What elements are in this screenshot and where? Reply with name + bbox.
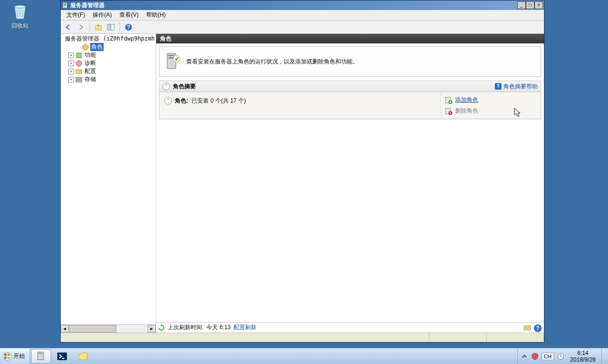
window-statusbar (61, 333, 544, 342)
menubar: 文件(F) 操作(A) 查看(V) 帮助(H) (61, 10, 544, 21)
server-manager-window: 服务器管理器 _ □ × 文件(F) 操作(A) 查看(V) 帮助(H) ? (60, 0, 544, 343)
collapse-button[interactable]: ˄ (162, 83, 170, 90)
show-hide-button[interactable] (105, 22, 117, 32)
content-body: 查看安装在服务器上角色的运行状况，以及添加或删除角色和功能。 ˄ 角色摘要 ? … (156, 43, 544, 322)
svg-point-11 (83, 44, 88, 50)
clock-date: 2018/9/29 (570, 356, 596, 363)
svg-rect-16 (76, 80, 82, 82)
add-role-link[interactable]: 添加角色 (455, 96, 478, 104)
task-powershell[interactable] (52, 349, 72, 364)
toolbar-sep (89, 22, 90, 32)
svg-point-0 (14, 5, 26, 8)
refresh-icon (158, 324, 165, 331)
tree-roles[interactable]: 角色 (61, 43, 156, 51)
svg-rect-5 (107, 24, 110, 30)
scroll-left-button[interactable]: ◄ (61, 325, 69, 333)
taskbar: 开始 CH 6:14 2018/9/29 (0, 348, 608, 364)
body-area: 服务器管理器 (iZ0hfdwp9hpzmh 角色 + 功能 + 诊断 (61, 34, 544, 333)
back-button[interactable] (63, 22, 74, 32)
window-tray: ? (523, 324, 542, 333)
titlebar[interactable]: 服务器管理器 _ □ × (61, 0, 544, 10)
svg-text:?: ? (536, 325, 539, 332)
language-indicator[interactable]: CH (542, 353, 554, 360)
svg-rect-31 (4, 356, 7, 359)
config-refresh-link[interactable]: 配置刷新 (234, 323, 256, 332)
recycle-bin-icon (11, 2, 30, 21)
start-button[interactable]: 开始 (0, 348, 30, 364)
clock-time: 6:14 (570, 350, 596, 356)
desktop: 回收站 服务器管理器 _ □ × 文件(F) 操作(A) 查看(V) 帮助(H) (0, 0, 608, 364)
tree-root[interactable]: 服务器管理器 (iZ0hfdwp9hpzmh (61, 35, 156, 43)
help-button[interactable]: ? (123, 22, 134, 32)
task-explorer[interactable] (73, 349, 93, 364)
svg-rect-30 (8, 354, 10, 356)
svg-text:?: ? (127, 24, 130, 31)
menu-view[interactable]: 查看(V) (116, 10, 142, 20)
summary-help-link[interactable]: ? 角色摘要帮助 (495, 83, 538, 91)
last-refresh-value: 今天 6:13 (206, 323, 231, 332)
toolbar: ? (61, 21, 544, 34)
system-tray: CH 6:14 2018/9/29 (517, 348, 608, 364)
last-refresh-label: 上次刷新时间: (168, 323, 203, 332)
window-title: 服务器管理器 (70, 1, 517, 10)
quick-launch (30, 348, 94, 364)
svg-rect-14 (76, 70, 82, 73)
clock[interactable]: 6:14 2018/9/29 (567, 349, 598, 364)
show-desktop-button[interactable] (601, 348, 605, 364)
expand-icon[interactable]: + (68, 77, 74, 83)
tray-security-icon[interactable] (531, 353, 539, 360)
tray-msg-icon[interactable] (523, 324, 532, 333)
roles-actions: 添加角色 删除角色 (440, 92, 541, 119)
expand-icon[interactable]: + (68, 52, 74, 58)
svg-rect-2 (64, 3, 66, 4)
tree-configuration[interactable]: + 配置 (61, 67, 156, 75)
svg-rect-34 (39, 353, 43, 354)
svg-rect-3 (64, 5, 66, 6)
app-icon (62, 2, 68, 9)
tree-horizontal-scrollbar[interactable]: ◄ ► (61, 324, 156, 333)
tray-help-icon[interactable]: ? (533, 324, 542, 333)
content-header: 角色 (156, 34, 544, 43)
info-banner: 查看安装在服务器上角色的运行状况，以及添加或删除角色和功能。 (159, 46, 541, 77)
menu-action[interactable]: 操作(A) (89, 10, 116, 20)
summary-title: 角色摘要 (173, 83, 495, 91)
collapse-button-2[interactable]: ˄ (164, 97, 172, 104)
storage-icon (75, 76, 83, 83)
svg-rect-15 (76, 77, 82, 79)
task-server-manager[interactable] (31, 349, 51, 364)
menu-file[interactable]: 文件(F) (63, 10, 89, 20)
roles-box: ˄ 角色: 已安装 0 个(共 17 个) 添加角色 (159, 92, 541, 119)
status-bar: 上次刷新时间: 今天 6:13 配置刷新 (156, 322, 544, 333)
scroll-thumb[interactable] (69, 325, 117, 333)
minimize-button[interactable]: _ (517, 1, 526, 9)
maximize-button[interactable]: □ (526, 1, 534, 9)
menu-help[interactable]: 帮助(H) (142, 10, 170, 20)
scroll-right-button[interactable]: ► (148, 325, 156, 333)
toolbar-sep-2 (119, 22, 120, 32)
tray-arrow-icon[interactable] (521, 353, 528, 360)
scroll-track[interactable] (69, 325, 148, 333)
svg-rect-6 (111, 24, 114, 30)
banner-text: 查看安装在服务器上角色的运行状况，以及添加或删除角色和功能。 (186, 58, 358, 66)
server-icon (63, 35, 64, 43)
expand-icon[interactable]: + (68, 61, 74, 66)
tree-features[interactable]: + 功能 (61, 51, 156, 59)
tree-storage[interactable]: + 存储 (61, 75, 156, 83)
up-button[interactable] (93, 22, 104, 32)
svg-rect-4 (96, 26, 101, 30)
roles-status: 已安装 0 个(共 17 个) (192, 97, 245, 104)
forward-button[interactable] (75, 22, 86, 32)
tree-diagnostics[interactable]: + 诊断 (61, 59, 156, 67)
windows-logo-icon (3, 352, 11, 361)
roles-status-area: ˄ 角色: 已安装 0 个(共 17 个) (160, 92, 440, 119)
svg-rect-18 (169, 55, 174, 56)
tree-panel: 服务器管理器 (iZ0hfdwp9hpzmh 角色 + 功能 + 诊断 (61, 34, 156, 333)
recycle-bin[interactable]: 回收站 (6, 2, 34, 30)
roles-icon (82, 43, 89, 51)
recycle-bin-label: 回收站 (6, 22, 34, 30)
roles-label: 角色: (175, 97, 188, 104)
close-button[interactable]: × (534, 1, 543, 9)
expand-icon[interactable]: + (68, 69, 74, 74)
tray-clock-icon[interactable] (557, 353, 565, 360)
content-panel: 角色 查看安装在服务器上角色的运行状况，以及添加或删除角色和功能。 ˄ 角色摘要… (156, 34, 544, 333)
